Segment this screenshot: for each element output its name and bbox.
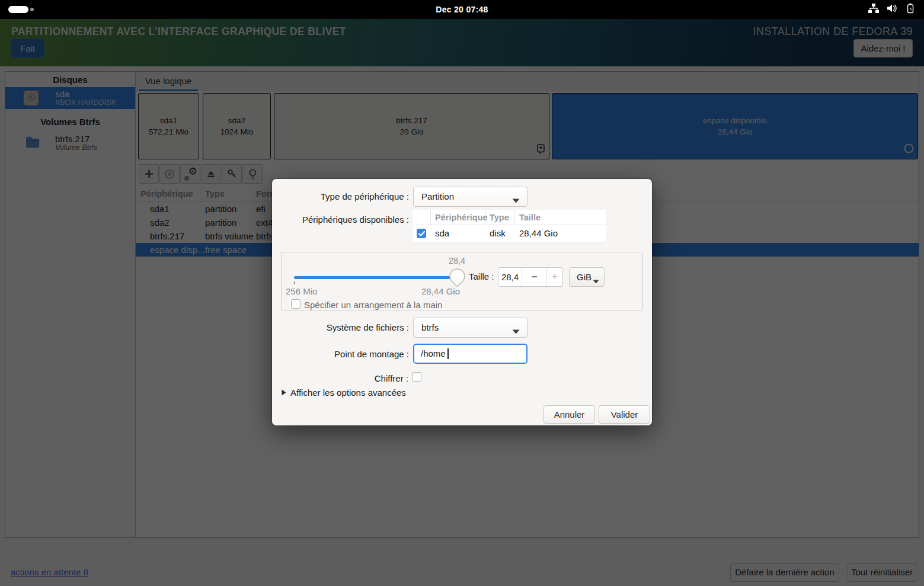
spin-plus-button[interactable]: + [546, 268, 562, 286]
device-type-select[interactable]: Partition [413, 187, 527, 207]
triangle-right-icon [282, 389, 286, 396]
available-devices-header: Périphérique Type Taille [413, 210, 606, 225]
mountpoint-input[interactable]: /home [413, 344, 527, 364]
unit-value: GiB [577, 268, 592, 286]
encrypt-checkbox[interactable] [412, 372, 421, 382]
slider-min-label: 256 Mio [286, 286, 317, 296]
volume-icon [887, 4, 897, 15]
add-device-dialog: Type de périphérique : Partition Périphé… [272, 179, 652, 425]
screen: Dec 20 07:48 PARTITIONNEMENT AVEC L’INTE… [0, 0, 924, 586]
slider-max-label: 28,44 Gio [400, 286, 460, 296]
device-checkbox[interactable] [417, 229, 426, 238]
manual-arrangement-checkbox[interactable] [291, 299, 300, 309]
clock[interactable]: Dec 20 07:48 [0, 0, 924, 19]
chevron-down-icon [512, 195, 520, 206]
unit-select[interactable]: GiB [569, 267, 605, 287]
battery-charging-icon [905, 3, 916, 16]
advanced-options-label: Afficher les options avancées [290, 388, 406, 398]
cancel-button[interactable]: Annuler [543, 405, 595, 424]
available-device-row-sda[interactable]: sda disk 28,44 Gio [413, 225, 606, 242]
check-icon [418, 231, 425, 236]
size-spinbutton: 28,4 − + [498, 267, 563, 287]
slider-min-tick [294, 281, 295, 284]
slider-value: 28,4 [439, 256, 475, 265]
size-spin-value[interactable]: 28,4 [498, 268, 522, 286]
device-type-value: Partition [421, 187, 454, 206]
size-section: 28,4 256 Mio 28,44 Gio Taille : 28,4 − +… [281, 252, 643, 310]
filesystem-label: Système de fichiers : [272, 322, 409, 332]
top-bar: Dec 20 07:48 [0, 0, 924, 19]
text-caret [447, 348, 449, 359]
advanced-options-expander[interactable]: Afficher les options avancées [282, 388, 406, 398]
size-label: Taille : [469, 271, 494, 281]
size-slider-track[interactable] [294, 276, 458, 279]
chevron-down-icon [512, 326, 520, 337]
col-device: Périphérique [431, 210, 485, 225]
manual-arrangement-label: Spécifier un arrangement à la main [304, 300, 442, 310]
available-devices-label: Périphériques disponibles : [272, 214, 409, 225]
filesystem-select[interactable]: btrfs [413, 318, 527, 338]
chevron-down-icon [593, 276, 599, 286]
spin-minus-button[interactable]: − [522, 268, 546, 286]
col-size: Taille [515, 210, 606, 225]
available-devices-table: Périphérique Type Taille sda disk 28,44 … [413, 210, 606, 242]
ok-button[interactable]: Valider [599, 405, 650, 424]
device-type-label: Type de périphérique : [272, 191, 409, 201]
encrypt-label: Chiffrer : [272, 373, 408, 383]
filesystem-value: btrfs [421, 318, 439, 337]
network-icon [868, 4, 879, 15]
mountpoint-label: Point de montage : [272, 349, 409, 359]
system-tray[interactable] [868, 0, 916, 19]
mountpoint-value: /home [421, 345, 446, 363]
col-type: Type [485, 210, 515, 225]
col-check [413, 210, 431, 225]
